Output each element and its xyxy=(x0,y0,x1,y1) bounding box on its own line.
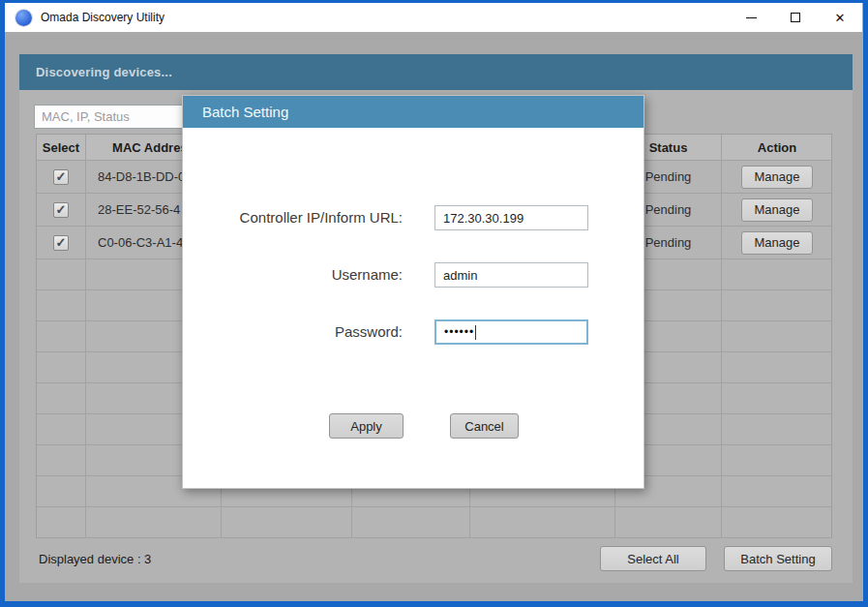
manage-button[interactable]: Manage xyxy=(741,231,813,255)
app-window: Omada Discovery Utility ✕ Discovering de… xyxy=(0,0,868,607)
empty-cell xyxy=(37,259,86,289)
password-field-row: Password: •••••• xyxy=(183,319,644,345)
controller-ip-input[interactable] xyxy=(434,205,588,230)
discovery-status-bar: Discovering devices... xyxy=(19,54,853,90)
empty-table-row xyxy=(37,507,831,538)
empty-cell xyxy=(722,476,832,506)
empty-cell xyxy=(722,414,832,444)
empty-cell xyxy=(722,507,832,537)
controller-ip-label: Controller IP/Inform URL: xyxy=(240,205,403,230)
manage-button[interactable]: Manage xyxy=(741,198,813,222)
controller-ip-field-row: Controller IP/Inform URL: xyxy=(183,205,644,230)
displayed-device-count: Displayed device : 3 xyxy=(39,552,151,566)
maximize-button[interactable] xyxy=(773,3,818,32)
checkmark-icon: ✓ xyxy=(56,170,67,183)
password-input[interactable]: •••••• xyxy=(434,319,588,345)
row-checkbox[interactable]: ✓ xyxy=(53,235,69,251)
dialog-header: Batch Setting xyxy=(183,96,644,128)
apply-button[interactable]: Apply xyxy=(329,413,404,439)
empty-cell xyxy=(37,414,86,444)
empty-cell xyxy=(37,445,86,475)
empty-cell xyxy=(37,321,86,351)
batch-setting-button[interactable]: Batch Setting xyxy=(724,546,832,571)
manage-button[interactable]: Manage xyxy=(741,166,813,189)
column-header-action: Action xyxy=(722,135,832,160)
empty-cell xyxy=(722,290,832,320)
window-title: Omada Discovery Utility xyxy=(41,11,165,24)
empty-cell xyxy=(470,507,615,537)
empty-cell xyxy=(37,290,86,320)
close-button[interactable]: ✕ xyxy=(818,3,862,32)
empty-cell xyxy=(37,507,86,537)
batch-setting-dialog: Batch Setting Controller IP/Inform URL: … xyxy=(182,95,644,489)
checkmark-icon: ✓ xyxy=(56,236,67,249)
empty-cell xyxy=(222,507,352,537)
checkmark-icon: ✓ xyxy=(56,203,67,216)
empty-cell xyxy=(722,259,832,289)
app-logo-icon xyxy=(15,10,32,26)
discovery-status-text: Discovering devices... xyxy=(36,65,172,79)
password-label: Password: xyxy=(335,319,403,345)
cancel-button[interactable]: Cancel xyxy=(450,413,519,439)
empty-cell xyxy=(722,445,832,475)
empty-cell xyxy=(722,352,832,382)
row-checkbox[interactable]: ✓ xyxy=(53,169,69,185)
window-controls: ✕ xyxy=(729,3,862,32)
select-all-button[interactable]: Select All xyxy=(600,546,706,571)
empty-cell xyxy=(722,383,832,413)
dialog-title: Batch Setting xyxy=(202,104,288,120)
username-label: Username: xyxy=(332,262,403,288)
column-header-select: Select xyxy=(37,135,86,160)
password-masked-value: •••••• xyxy=(444,325,474,339)
username-field-row: Username: xyxy=(183,262,644,288)
empty-cell xyxy=(722,321,832,351)
title-bar: Omada Discovery Utility ✕ xyxy=(5,3,862,32)
empty-cell xyxy=(37,352,86,382)
empty-cell xyxy=(352,507,470,537)
minimize-icon xyxy=(746,17,757,18)
empty-cell xyxy=(37,383,86,413)
row-checkbox[interactable]: ✓ xyxy=(53,202,69,218)
empty-cell xyxy=(37,476,86,506)
empty-cell xyxy=(86,507,222,537)
username-input[interactable] xyxy=(434,262,588,288)
text-caret xyxy=(475,325,476,340)
maximize-icon xyxy=(791,13,800,22)
empty-cell xyxy=(615,507,722,537)
close-icon: ✕ xyxy=(835,12,846,24)
minimize-button[interactable] xyxy=(729,3,773,32)
search-input[interactable] xyxy=(34,105,189,129)
